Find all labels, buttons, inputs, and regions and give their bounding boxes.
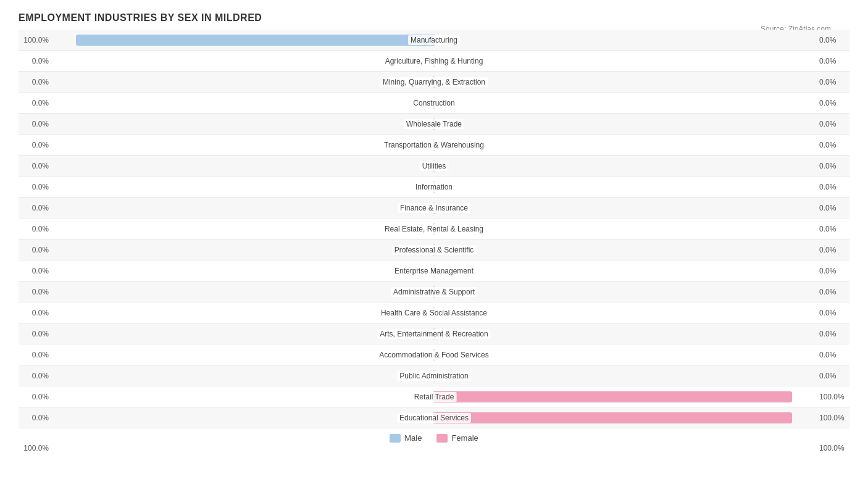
table-row: 0.0% Professional & Scientific 0.0% [19, 240, 849, 260]
male-bar-wrap [52, 97, 434, 109]
male-bar-wrap [52, 160, 434, 172]
bar-container: Construction [52, 93, 816, 113]
female-bar-wrap [434, 118, 816, 130]
male-bar-wrap [52, 76, 434, 88]
female-bar-wrap [434, 76, 816, 88]
male-bar-wrap [52, 286, 434, 298]
right-value: 0.0% [816, 183, 849, 191]
female-bar-wrap [434, 181, 816, 193]
female-bar [434, 265, 435, 277]
bar-container: Accommodation & Food Services [52, 344, 816, 365]
male-bar-wrap [52, 244, 434, 256]
bottom-labels: 100.0% 100.0% [19, 444, 849, 452]
left-value: 0.0% [19, 57, 52, 65]
table-row: 0.0% Educational Services 100.0% [19, 407, 849, 428]
left-value: 0.0% [19, 330, 52, 338]
table-row: 0.0% Transportation & Warehousing 0.0% [19, 135, 849, 156]
left-value: 0.0% [19, 393, 52, 401]
bar-container: Professional & Scientific [52, 240, 816, 260]
left-value: 0.0% [19, 414, 52, 422]
bottom-right-label: 100.0% [816, 444, 849, 452]
left-value: 0.0% [19, 183, 52, 191]
bar-container: Retail Trade [52, 386, 816, 407]
male-bar-wrap [52, 328, 434, 340]
right-value: 0.0% [816, 309, 849, 317]
bar-container: Mining, Quarrying, & Extraction [52, 72, 816, 92]
table-row: 0.0% Accommodation & Food Services 0.0% [19, 344, 849, 365]
right-value: 0.0% [816, 351, 849, 359]
right-value: 0.0% [816, 267, 849, 275]
female-bar [434, 370, 435, 381]
table-row: 0.0% Information 0.0% [19, 177, 849, 198]
female-bar-wrap [434, 391, 816, 403]
legend-female-box [436, 434, 448, 443]
female-bar-wrap [434, 55, 816, 67]
bar-container: Finance & Insurance [52, 198, 816, 218]
female-bar [434, 391, 792, 402]
left-value: 0.0% [19, 267, 52, 275]
female-bar [434, 119, 435, 130]
legend: Male Female [19, 433, 849, 443]
table-row: 0.0% Utilities 0.0% [19, 156, 849, 177]
right-value: 0.0% [816, 78, 849, 86]
legend-female: Female [436, 433, 478, 443]
left-value: 100.0% [19, 36, 52, 44]
right-value: 0.0% [816, 372, 849, 380]
female-bar-wrap [434, 202, 816, 214]
legend-male: Male [390, 433, 422, 443]
right-value: 0.0% [816, 162, 849, 170]
female-bar [434, 412, 792, 423]
female-bar [434, 98, 435, 109]
female-bar [434, 160, 435, 172]
legend-male-label: Male [404, 433, 422, 443]
right-value: 0.0% [816, 99, 849, 107]
right-value: 0.0% [816, 57, 849, 65]
male-bar-wrap [52, 370, 434, 382]
male-bar-wrap [52, 202, 434, 214]
bar-container: Information [52, 177, 816, 197]
legend-female-label: Female [451, 433, 478, 443]
bottom-left-label: 100.0% [19, 444, 52, 452]
table-row: 0.0% Health Care & Social Assistance 0.0… [19, 302, 849, 323]
bar-container: Utilities [52, 156, 816, 176]
male-bar-wrap [52, 181, 434, 193]
male-bar-wrap [52, 349, 434, 361]
table-row: 0.0% Real Estate, Rental & Leasing 0.0% [19, 219, 849, 240]
female-bar-wrap [434, 34, 816, 46]
bar-container: Arts, Entertainment & Recreation [52, 323, 816, 344]
female-bar [434, 328, 435, 339]
left-value: 0.0% [19, 246, 52, 254]
male-bar-wrap [52, 307, 434, 319]
table-row: 0.0% Administrative & Support 0.0% [19, 281, 849, 302]
female-bar [434, 286, 435, 298]
female-bar [434, 349, 435, 360]
left-value: 0.0% [19, 225, 52, 233]
table-row: 100.0% Manufacturing 0.0% [19, 30, 849, 51]
bar-container: Enterprise Management [52, 260, 816, 281]
right-value: 100.0% [816, 393, 849, 401]
female-bar-wrap [434, 328, 816, 340]
female-bar-wrap [434, 97, 816, 109]
female-bar-wrap [434, 244, 816, 256]
right-value: 0.0% [816, 246, 849, 254]
bar-container: Educational Services [52, 407, 816, 428]
right-value: 0.0% [816, 204, 849, 212]
table-row: 0.0% Wholesale Trade 0.0% [19, 114, 849, 135]
left-value: 0.0% [19, 204, 52, 212]
female-bar-wrap [434, 139, 816, 151]
left-value: 0.0% [19, 288, 52, 296]
male-bar-wrap [52, 34, 434, 46]
right-value: 0.0% [816, 141, 849, 149]
right-value: 100.0% [816, 414, 849, 422]
table-row: 0.0% Retail Trade 100.0% [19, 386, 849, 407]
bar-container: Wholesale Trade [52, 114, 816, 134]
left-value: 0.0% [19, 99, 52, 107]
left-value: 0.0% [19, 141, 52, 149]
male-bar-wrap [52, 55, 434, 67]
right-value: 0.0% [816, 36, 849, 44]
chart-area: 100.0% Manufacturing 0.0% 0.0% Agricultu… [19, 30, 849, 428]
table-row: 0.0% Agriculture, Fishing & Hunting 0.0% [19, 51, 849, 72]
female-bar [434, 202, 435, 214]
female-bar-wrap [434, 370, 816, 382]
bar-container: Public Administration [52, 365, 816, 386]
